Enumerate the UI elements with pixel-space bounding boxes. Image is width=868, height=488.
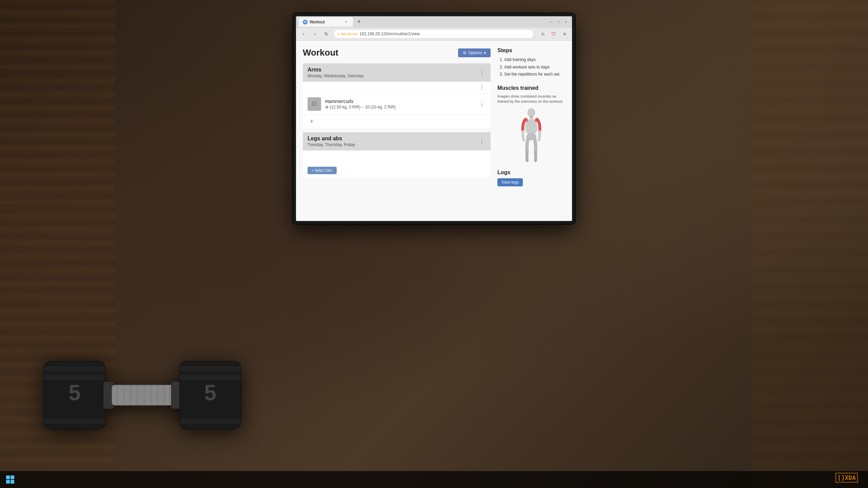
minimize-button[interactable]: — xyxy=(548,19,554,25)
page-content: Workout ⚙ Options ▾ Arms Monday, Wednesd… xyxy=(296,41,572,221)
maximize-button[interactable]: □ xyxy=(555,19,562,25)
add-exercise-row: + xyxy=(303,115,491,128)
legs-card-title-group: Legs and abs Tuesday, Thursday, Friday xyxy=(308,136,355,147)
page-title: Workout xyxy=(303,47,338,58)
arms-row-more-button[interactable]: ⋮ xyxy=(478,84,486,92)
arms-card-header: Arms Monday, Wednesday, Saturday ⋮ xyxy=(303,63,491,82)
muscles-title: Muscles trained xyxy=(497,85,565,91)
chevron-down-icon: ▾ xyxy=(484,50,486,55)
menu-icon[interactable]: ≡ xyxy=(560,29,569,39)
security-badge: ⚠ Not secure xyxy=(337,32,357,36)
legs-card-header: Legs and abs Tuesday, Thursday, Friday ⋮ xyxy=(303,132,491,150)
svg-rect-24 xyxy=(180,366,241,371)
step-1: Add training days xyxy=(504,56,565,64)
exercise-thumbnail: 🖼 xyxy=(308,97,321,111)
training-day-card-legs: Legs and abs Tuesday, Thursday, Friday ⋮… xyxy=(303,132,491,178)
legs-more-button[interactable]: ⋮ xyxy=(478,137,486,145)
exercise-info: Hammercurls ⊕ (12.50 kg, 3 RiR) – 10 (10… xyxy=(325,99,474,109)
browser-tab-workout[interactable]: W Workout × xyxy=(299,17,353,27)
arms-card-title: Arms xyxy=(308,67,363,73)
dumbbell-left: 5 5 xyxy=(41,344,244,447)
logs-title: Logs xyxy=(497,169,565,176)
steps-list: Add training days Add workout sets to da… xyxy=(497,56,565,78)
svg-text:5: 5 xyxy=(204,381,216,405)
steps-title: Steps xyxy=(497,47,565,54)
tab-bar: W Workout × + — □ × xyxy=(296,16,572,28)
logs-section: Logs View logs xyxy=(497,169,565,186)
view-logs-button[interactable]: View logs xyxy=(497,178,523,186)
muscles-description: Images show combined muscles as trained … xyxy=(497,94,565,104)
legs-card-title: Legs and abs xyxy=(308,136,355,142)
start-button[interactable] xyxy=(3,473,17,486)
svg-point-4 xyxy=(524,118,528,122)
svg-rect-25 xyxy=(180,375,241,380)
training-day-card-arms: Arms Monday, Wednesday, Saturday ⋮ ⋮ xyxy=(303,63,491,128)
address-bar: ‹ › ↻ ⚠ Not secure 192.168.29.124/en/rou… xyxy=(296,28,572,40)
svg-point-5 xyxy=(535,118,539,122)
back-button[interactable]: ‹ xyxy=(299,29,308,39)
arms-card-title-group: Arms Monday, Wednesday, Saturday xyxy=(308,67,363,78)
svg-rect-1 xyxy=(530,116,533,118)
svg-rect-7 xyxy=(44,366,105,371)
windows-taskbar xyxy=(0,471,868,488)
arms-more-button[interactable]: ⋮ xyxy=(478,68,486,77)
windows-logo xyxy=(6,475,14,484)
exercise-more-button[interactable]: ⋮ xyxy=(478,100,486,108)
add-training-day-button[interactable]: + NING DAY xyxy=(308,167,337,174)
close-button[interactable]: × xyxy=(563,19,569,25)
warning-icon: ⚠ xyxy=(337,32,340,36)
brave-shield-icon[interactable]: 🛡 xyxy=(549,29,558,39)
tab-favicon: W xyxy=(303,20,308,24)
tab-label: Workout xyxy=(310,20,324,24)
browser-chrome: W Workout × + — □ × ‹ › ↻ ⚠ xyxy=(296,16,572,41)
body-figure-svg xyxy=(518,108,545,163)
svg-rect-8 xyxy=(44,375,105,380)
svg-text:5: 5 xyxy=(68,381,81,405)
add-training-day-label: + NING DAY xyxy=(312,168,333,172)
right-sidebar: Steps Add training days Add workout sets… xyxy=(497,47,565,214)
step-2: Add workout sets to days xyxy=(504,64,565,71)
image-icon: 🖼 xyxy=(312,101,317,107)
new-tab-button[interactable]: + xyxy=(354,17,364,27)
exercise-name: Hammercurls xyxy=(325,99,474,104)
step-3: Set the repetitions for each set xyxy=(504,71,565,78)
arms-card-body: ⋮ 🖼 Hammercurls ⊕ (12.50 kg, 3 RiR) – 10… xyxy=(303,82,491,128)
bg-wood-right xyxy=(753,0,868,488)
page-header: Workout ⚙ Options ▾ xyxy=(303,47,491,58)
svg-rect-9 xyxy=(44,419,105,424)
svg-rect-26 xyxy=(180,419,241,424)
tab-close-button[interactable]: × xyxy=(343,19,349,25)
options-button[interactable]: ⚙ Options ▾ xyxy=(458,48,491,57)
forward-button[interactable]: › xyxy=(310,29,320,39)
svg-rect-12 xyxy=(112,385,173,405)
xda-watermark: []XDA xyxy=(835,474,858,481)
security-text: Not secure xyxy=(341,32,357,36)
steps-section: Steps Add training days Add workout sets… xyxy=(497,47,565,78)
legs-card-days: Tuesday, Thursday, Friday xyxy=(308,142,355,147)
window-controls: — □ × xyxy=(548,19,569,25)
monitor-screen: W Workout × + — □ × ‹ › ↻ ⚠ xyxy=(296,16,572,221)
exercise-row-hammercurls: 🖼 Hammercurls ⊕ (12.50 kg, 3 RiR) – 10 (… xyxy=(303,94,491,115)
muscles-section: Muscles trained Images show combined mus… xyxy=(497,85,565,163)
legs-card-body: + NING DAY xyxy=(303,150,491,178)
arms-empty-row: ⋮ xyxy=(303,82,491,94)
url-text: 192.168.29.124/en/routine/1/view xyxy=(359,32,419,36)
monitor-frame: W Workout × + — □ × ‹ › ↻ ⚠ xyxy=(293,14,575,224)
refresh-button[interactable]: ↻ xyxy=(322,29,331,39)
gear-icon: ⚙ xyxy=(463,50,467,55)
svg-point-0 xyxy=(528,108,535,117)
add-exercise-button[interactable]: + xyxy=(308,117,316,125)
options-label: Options xyxy=(468,50,482,55)
arms-card-days: Monday, Wednesday, Saturday xyxy=(308,74,363,78)
exercise-sets: ⊕ (12.50 kg, 3 RiR) – 10 (10 kg, 2 RiR) xyxy=(325,105,474,109)
share-icon[interactable]: ⎋ xyxy=(538,29,548,39)
browser-actions: ⎋ 🛡 ≡ xyxy=(538,29,569,39)
url-bar[interactable]: ⚠ Not secure 192.168.29.124/en/routine/1… xyxy=(333,29,534,39)
main-column: Workout ⚙ Options ▾ Arms Monday, Wednesd… xyxy=(303,47,491,214)
